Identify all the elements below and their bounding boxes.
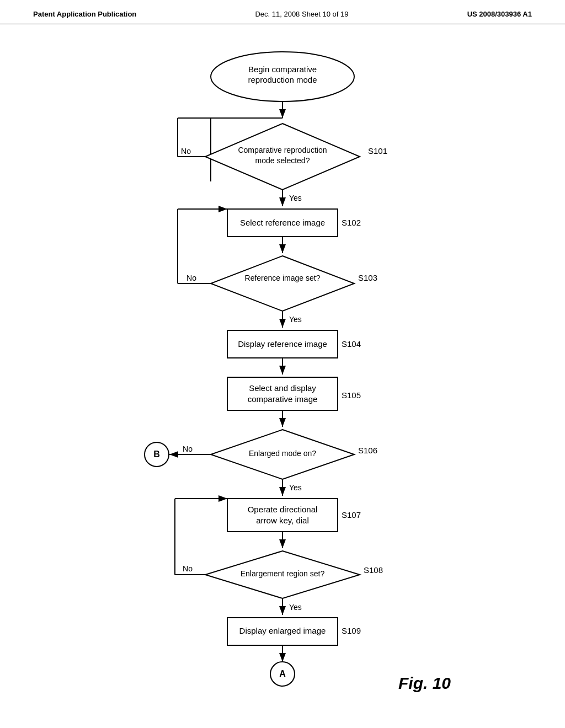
svg-text:Display enlarged image: Display enlarged image: [239, 626, 326, 635]
svg-text:No: No: [183, 564, 193, 573]
svg-text:No: No: [186, 274, 196, 282]
svg-text:S108: S108: [364, 565, 383, 575]
svg-text:S107: S107: [342, 510, 361, 520]
svg-text:Reference image set?: Reference image set?: [245, 274, 321, 282]
svg-text:A: A: [279, 669, 286, 678]
svg-text:No: No: [183, 445, 193, 453]
header-publication: Patent Application Publication: [33, 10, 136, 18]
svg-text:S104: S104: [342, 339, 361, 349]
flowchart-svg: Begin comparative reproduction mode Comp…: [89, 35, 476, 697]
page-header: Patent Application Publication Dec. 11, …: [0, 0, 565, 24]
header-date-sheet: Dec. 11, 2008 Sheet 10 of 19: [255, 10, 348, 18]
svg-rect-48: [227, 499, 338, 532]
svg-text:arrow key, dial: arrow key, dial: [256, 516, 309, 525]
svg-text:Yes: Yes: [289, 315, 302, 324]
svg-text:Enlargement region set?: Enlargement region set?: [241, 569, 325, 578]
svg-rect-34: [227, 377, 338, 410]
svg-text:Begin comparative: Begin comparative: [248, 65, 317, 74]
svg-text:reproduction mode: reproduction mode: [248, 75, 317, 84]
svg-text:S101: S101: [368, 146, 387, 156]
svg-text:mode selected?: mode selected?: [255, 156, 310, 165]
svg-text:Display reference image: Display reference image: [238, 339, 327, 349]
svg-text:Yes: Yes: [289, 483, 302, 492]
svg-text:Comparative reproduction: Comparative reproduction: [238, 146, 327, 154]
diagram-area: Begin comparative reproduction mode Comp…: [0, 24, 565, 708]
svg-text:Yes: Yes: [289, 603, 302, 612]
svg-text:Select reference image: Select reference image: [240, 218, 325, 227]
svg-text:Operate directional: Operate directional: [248, 505, 318, 514]
svg-text:Yes: Yes: [289, 194, 302, 202]
svg-marker-21: [211, 256, 354, 311]
header-patent-number: US 2008/303936 A1: [467, 10, 532, 18]
svg-text:S105: S105: [342, 390, 361, 400]
svg-text:S102: S102: [342, 218, 361, 227]
svg-text:B: B: [153, 449, 160, 459]
svg-text:S103: S103: [358, 273, 377, 282]
svg-text:Fig. 10: Fig. 10: [398, 674, 451, 692]
svg-text:Select and display: Select and display: [249, 383, 316, 393]
svg-text:S106: S106: [358, 446, 377, 455]
svg-text:No: No: [181, 147, 191, 156]
svg-text:S109: S109: [342, 626, 361, 635]
svg-text:Enlarged mode on?: Enlarged mode on?: [249, 449, 316, 458]
svg-text:comparative image: comparative image: [248, 394, 318, 404]
